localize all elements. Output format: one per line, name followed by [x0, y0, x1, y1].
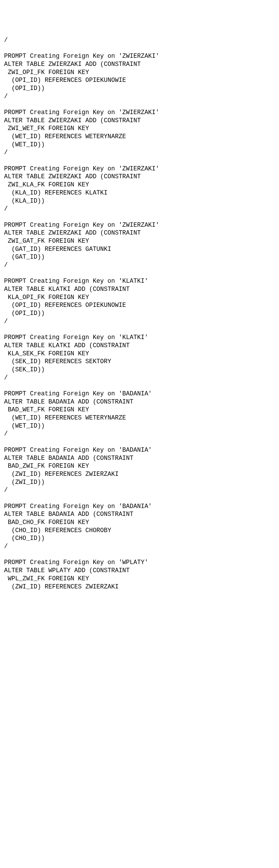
- code-line: [4, 382, 279, 390]
- code-line: (OPI_ID)): [4, 309, 279, 318]
- code-line: ALTER TABLE BADANIA ADD (CONSTRAINT: [4, 398, 279, 406]
- code-line: ALTER TABLE WPLATY ADD (CONSTRAINT: [4, 567, 279, 575]
- code-line: ALTER TABLE ZWIERZAKI ADD (CONSTRAINT: [4, 60, 279, 68]
- code-line: (KLA_ID) REFERENCES KLATKI: [4, 189, 279, 197]
- code-line: /: [4, 93, 279, 101]
- code-line: (WET_ID)): [4, 422, 279, 430]
- code-line: (ZWI_ID) REFERENCES ZWIERZAKI: [4, 470, 279, 478]
- code-line: ZWI_WET_FK FOREIGN KEY: [4, 125, 279, 133]
- code-line: (SEK_ID)): [4, 366, 279, 374]
- code-line: BAD_ZWI_FK FOREIGN KEY: [4, 462, 279, 470]
- code-line: KLA_SEK_FK FOREIGN KEY: [4, 350, 279, 358]
- code-line: PROMPT Creating Foreign Key on 'ZWIERZAK…: [4, 221, 279, 229]
- code-line: ALTER TABLE ZWIERZAKI ADD (CONSTRAINT: [4, 173, 279, 181]
- code-line: /: [4, 430, 279, 438]
- code-line: (CHO_ID) REFERENCES CHOROBY: [4, 527, 279, 535]
- code-line: ALTER TABLE ZWIERZAKI ADD (CONSTRAINT: [4, 117, 279, 125]
- code-line: ALTER TABLE ZWIERZAKI ADD (CONSTRAINT: [4, 229, 279, 237]
- code-line: /: [4, 318, 279, 326]
- code-line: PROMPT Creating Foreign Key on 'KLATKI': [4, 334, 279, 342]
- code-line: ZWI_KLA_FK FOREIGN KEY: [4, 181, 279, 189]
- code-line: (WET_ID) REFERENCES WETERYNARZE: [4, 133, 279, 141]
- code-line: PROMPT Creating Foreign Key on 'BADANIA': [4, 390, 279, 398]
- code-line: ALTER TABLE KLATKI ADD (CONSTRAINT: [4, 342, 279, 350]
- code-line: /: [4, 542, 279, 551]
- code-line: PROMPT Creating Foreign Key on 'BADANIA': [4, 446, 279, 454]
- code-line: (OPI_ID) REFERENCES OPIEKUNOWIE: [4, 301, 279, 309]
- code-line: BAD_CHO_FK FOREIGN KEY: [4, 519, 279, 527]
- code-line: PROMPT Creating Foreign Key on 'ZWIERZAK…: [4, 165, 279, 173]
- code-line: [4, 551, 279, 559]
- code-line: KLA_OPI_FK FOREIGN KEY: [4, 293, 279, 302]
- code-line: (ZWI_ID) REFERENCES ZWIERZAKI: [4, 583, 279, 591]
- code-line: [4, 100, 279, 108]
- code-line: /: [4, 36, 279, 44]
- code-line: (GAT_ID) REFERENCES GATUNKI: [4, 245, 279, 253]
- code-line: ALTER TABLE BADANIA ADD (CONSTRAINT: [4, 454, 279, 462]
- code-line: (CHO_ID)): [4, 534, 279, 542]
- code-line: [4, 270, 279, 278]
- code-line: (WET_ID) REFERENCES WETERYNARZE: [4, 414, 279, 422]
- code-line: (OPI_ID) REFERENCES OPIEKUNOWIE: [4, 76, 279, 85]
- code-line: ZWI_GAT_FK FOREIGN KEY: [4, 237, 279, 245]
- code-line: WPL_ZWI_FK FOREIGN KEY: [4, 575, 279, 583]
- code-line: (ZWI_ID)): [4, 478, 279, 487]
- code-line: (KLA_ID)): [4, 197, 279, 205]
- code-line: /: [4, 374, 279, 382]
- code-line: [4, 438, 279, 446]
- code-line: (OPI_ID)): [4, 85, 279, 93]
- code-line: [4, 44, 279, 52]
- code-line: PROMPT Creating Foreign Key on 'BADANIA': [4, 502, 279, 510]
- code-line: /: [4, 261, 279, 270]
- code-line: PROMPT Creating Foreign Key on 'ZWIERZAK…: [4, 52, 279, 60]
- code-line: [4, 494, 279, 502]
- code-line: [4, 326, 279, 334]
- code-line: [4, 157, 279, 165]
- code-line: /: [4, 205, 279, 213]
- code-line: BAD_WET_FK FOREIGN KEY: [4, 406, 279, 414]
- code-line: [4, 213, 279, 221]
- code-line: /: [4, 149, 279, 157]
- code-line: (WET_ID)): [4, 141, 279, 149]
- code-line: ALTER TABLE KLATKI ADD (CONSTRAINT: [4, 285, 279, 293]
- code-line: ALTER TABLE BADANIA ADD (CONSTRAINT: [4, 510, 279, 519]
- code-line: (SEK_ID) REFERENCES SEKTORY: [4, 358, 279, 366]
- code-line: (GAT_ID)): [4, 253, 279, 261]
- code-line: PROMPT Creating Foreign Key on 'WPLATY': [4, 559, 279, 567]
- sql-code-block: / PROMPT Creating Foreign Key on 'ZWIERZ…: [4, 36, 279, 591]
- code-line: /: [4, 486, 279, 494]
- code-line: PROMPT Creating Foreign Key on 'ZWIERZAK…: [4, 108, 279, 117]
- code-line: PROMPT Creating Foreign Key on 'KLATKI': [4, 277, 279, 285]
- code-line: ZWI_OPI_FK FOREIGN KEY: [4, 68, 279, 76]
